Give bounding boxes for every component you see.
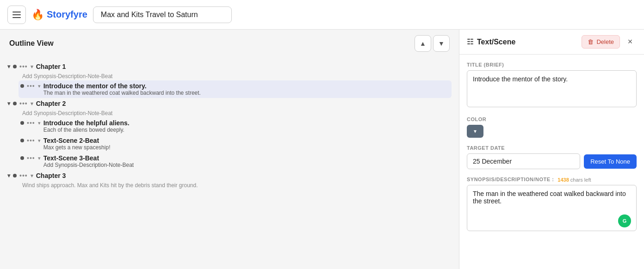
scene-content: Text-Scene 3-Beat Add Synopsis-Descripti… <box>43 154 134 168</box>
brand-name: Storyfyre <box>47 9 87 20</box>
close-button[interactable]: × <box>624 36 637 49</box>
menu-icon-line <box>12 17 21 18</box>
outline-nav-buttons: ▲ ▼ <box>415 35 450 52</box>
outline-title: Outline View <box>9 39 54 48</box>
scene-bullet <box>20 139 24 142</box>
scene-title: Introduce the mentor of the story. <box>43 82 201 90</box>
add-synopsis-link[interactable]: Add Synopsis-Description-Note-Beat <box>22 72 452 80</box>
scene-preview: The man in the weathered coat walked bac… <box>43 90 201 96</box>
target-date-section: TARGET DATE 25 December Reset To None <box>467 145 637 169</box>
chapter-dots-menu[interactable]: ••• <box>19 100 28 107</box>
scene-title: Introduce the helpful aliens. <box>43 119 130 127</box>
scene-title: Text-Scene 2-Beat <box>43 137 111 144</box>
scene-caret-icon: ▾ <box>38 155 41 161</box>
project-title[interactable]: Max and Kits Travel to Saturn <box>93 6 232 23</box>
scene-row[interactable]: ••• ▾ Text-Scene 3-Beat Add Synopsis-Des… <box>20 153 452 170</box>
chars-info: 1438 chars left <box>557 177 591 183</box>
nav-up-button[interactable]: ▲ <box>415 35 431 52</box>
chars-label: chars left <box>570 177 591 183</box>
panel-body: TITLE (brief) COLOR ▾ TARGET DATE 25 Dec… <box>459 55 644 269</box>
color-dropdown-button[interactable]: ▾ <box>467 125 483 138</box>
scene-row[interactable]: ••• ▾ Text-Scene 2-Beat Max gets a new s… <box>20 135 452 153</box>
title-field-label: TITLE (brief) <box>467 62 637 67</box>
scene-caret-icon: ▾ <box>38 138 41 144</box>
synopsis-label-row: SYNOPSIS/DESCRIPTION/NOTE : 1438 chars l… <box>467 177 637 185</box>
delete-label: Delete <box>596 38 614 45</box>
synopsis-field-label: SYNOPSIS/DESCRIPTION/NOTE : <box>467 177 554 182</box>
panel-header: ☷ Text/Scene 🗑 Delete × <box>459 30 644 55</box>
scene-dots-menu[interactable]: ••• <box>27 137 35 144</box>
synopsis-textarea[interactable] <box>467 185 637 231</box>
chapter-dots-menu[interactable]: ••• <box>19 63 28 70</box>
chapter-row[interactable]: ▾ ••• ▾ Chapter 1 <box>7 61 452 72</box>
scene-bullet <box>20 84 24 88</box>
scene-row[interactable]: ••• ▾ Introduce the mentor of the story.… <box>19 80 452 98</box>
scene-dots-menu[interactable]: ••• <box>27 82 35 90</box>
synopsis-wrapper: G <box>467 185 637 233</box>
chapter-label: Chapter 2 <box>36 100 66 107</box>
nav-down-button[interactable]: ▼ <box>433 35 450 52</box>
panel-title: ☷ Text/Scene <box>467 37 515 46</box>
synopsis-section: SYNOPSIS/DESCRIPTION/NOTE : 1438 chars l… <box>467 177 637 233</box>
chapter-bullet <box>13 174 17 177</box>
chapter-row[interactable]: ▾ ••• ▾ Chapter 2 <box>7 98 452 109</box>
target-date-label: TARGET DATE <box>467 145 637 151</box>
panel-actions: 🗑 Delete × <box>582 35 637 49</box>
scene-title: Text-Scene 3-Beat <box>43 154 134 162</box>
color-field-label: COLOR <box>467 116 637 122</box>
reset-to-none-button[interactable]: Reset To None <box>584 154 637 169</box>
scene-dots-menu[interactable]: ••• <box>27 119 35 127</box>
chapter-toggle-icon: ▾ <box>7 172 10 179</box>
main-layout: Outline View ▲ ▼ ▾ ••• ▾ Chapter 1 Add S… <box>0 30 644 269</box>
scene-bullet <box>20 156 24 160</box>
chapter-toggle-icon: ▾ <box>7 100 10 107</box>
title-field-section: TITLE (brief) <box>467 62 637 109</box>
scene-dots-menu[interactable]: ••• <box>27 154 35 162</box>
scene-bullet <box>20 121 24 125</box>
add-synopsis-link[interactable]: Add Synopsis-Description-Note-Beat <box>22 109 452 117</box>
scene-caret-icon: ▾ <box>38 120 41 126</box>
scene-preview: Max gets a new spaceship! <box>43 144 111 151</box>
app-header: 🔥 Storyfyre Max and Kits Travel to Satur… <box>0 0 644 30</box>
outline-content: ▾ ••• ▾ Chapter 1 Add Synopsis-Descripti… <box>0 57 459 269</box>
outline-header: Outline View ▲ ▼ <box>0 30 459 57</box>
grammarly-button[interactable]: G <box>618 214 631 227</box>
chapter-dots-menu[interactable]: ••• <box>19 172 28 179</box>
delete-button[interactable]: 🗑 Delete <box>582 35 620 49</box>
trash-icon: 🗑 <box>588 38 594 45</box>
chapter-label: Chapter 3 <box>36 172 66 179</box>
outline-panel: Outline View ▲ ▼ ▾ ••• ▾ Chapter 1 Add S… <box>0 30 459 269</box>
add-synopsis-link[interactable]: Wind ships approach. Max and Kits hit by… <box>22 181 452 190</box>
chapter-row[interactable]: ▾ ••• ▾ Chapter 3 <box>7 170 452 181</box>
scene-content: Introduce the mentor of the story. The m… <box>43 82 201 96</box>
scene-content: Text-Scene 2-Beat Max gets a new spacesh… <box>43 137 111 151</box>
scene-content: Introduce the helpful aliens. Each of th… <box>43 119 130 133</box>
brand-logo: 🔥 Storyfyre <box>31 9 87 21</box>
chapter-caret-icon: ▾ <box>31 173 33 179</box>
scene-preview: Add Synopsis-Description-Note-Beat <box>43 162 134 168</box>
panel-title-label: Text/Scene <box>477 38 515 46</box>
target-date-row: 25 December Reset To None <box>467 153 637 169</box>
text-scene-icon: ☷ <box>467 37 473 46</box>
title-textarea[interactable] <box>467 70 637 107</box>
chapter-caret-icon: ▾ <box>31 101 33 107</box>
menu-icon-line <box>12 14 21 15</box>
chapter-caret-icon: ▾ <box>31 64 33 70</box>
right-panel: ☷ Text/Scene 🗑 Delete × TITLE (brief) CO… <box>459 30 644 269</box>
menu-icon-line <box>12 12 21 12</box>
chapter-bullet <box>13 65 17 68</box>
scene-preview: Each of the aliens bowed deeply. <box>43 127 130 133</box>
scene-row[interactable]: ••• ▾ Introduce the helpful aliens. Each… <box>20 117 452 135</box>
chars-count: 1438 <box>557 177 569 183</box>
flame-icon: 🔥 <box>31 9 44 21</box>
color-section: ▾ <box>467 125 637 138</box>
scene-caret-icon: ▾ <box>38 83 41 89</box>
date-display: 25 December <box>467 153 580 169</box>
chapter-label: Chapter 1 <box>36 63 66 70</box>
chapter-toggle-icon: ▾ <box>7 63 10 70</box>
color-field-section: COLOR ▾ <box>467 116 637 138</box>
menu-button[interactable] <box>7 6 26 24</box>
chapter-bullet <box>13 102 17 105</box>
